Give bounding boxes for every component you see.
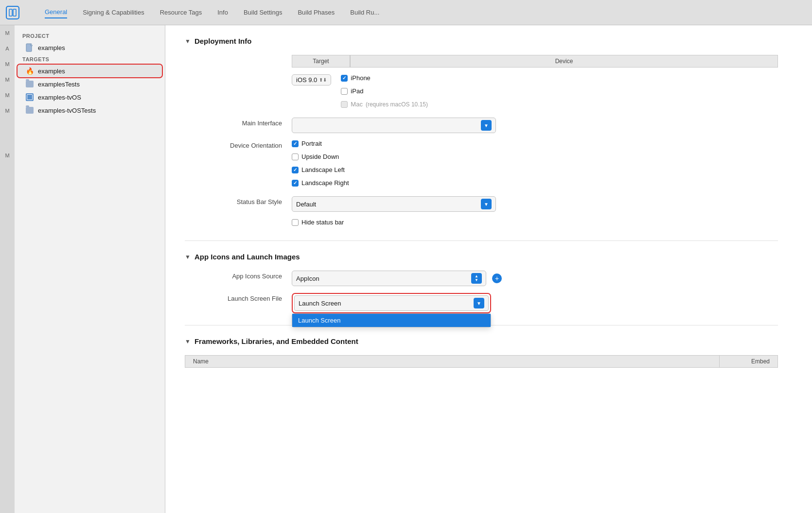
portrait-checkbox[interactable]: [292, 140, 299, 147]
target-device-header: Target Device: [185, 55, 778, 68]
target-examples-tvos-label: examples-tvOS: [38, 94, 81, 101]
deployment-arrow[interactable]: ▼: [185, 38, 191, 45]
tab-build-rules[interactable]: Build Ru...: [350, 7, 379, 18]
section-divider-1: [185, 240, 778, 241]
launch-screen-text: Launch Screen: [299, 300, 474, 307]
portrait-label: Portrait: [301, 140, 322, 147]
upside-down-label: Upside Down: [301, 153, 339, 160]
landscape-right-row: Landscape Right: [292, 179, 349, 187]
letter-strip: M A M M M M M: [0, 25, 15, 513]
svg-rect-1: [13, 9, 16, 16]
frameworks-table: Name Embed: [185, 355, 778, 368]
folder-icon-2: [25, 106, 34, 115]
sidebar-item-examples[interactable]: 🔥 examples: [18, 65, 162, 77]
app-icons-title: App Icons and Launch Images: [194, 253, 300, 261]
frameworks-name-col: Name: [185, 356, 720, 368]
frameworks-arrow[interactable]: ▼: [185, 338, 191, 345]
status-bar-style-text: Default: [296, 201, 481, 208]
main-interface-dropdown[interactable]: ▼: [292, 118, 496, 133]
iphone-label: iPhone: [351, 74, 370, 82]
hide-status-bar-checkbox[interactable]: [292, 219, 299, 226]
status-bar-style-value: Default ▼: [292, 196, 778, 212]
mac-row: Mac (requires macOS 10.15): [341, 101, 428, 108]
launch-screen-dropdown-arrow: ▼: [474, 298, 484, 308]
launch-screen-label: Launch Screen File: [185, 293, 292, 302]
sidebar-toggle-button[interactable]: [6, 6, 19, 19]
landscape-left-label: Landscape Left: [301, 166, 345, 173]
sidebar-item-examples-tvos[interactable]: examples-tvOS: [18, 91, 162, 103]
main-interface-label: Main Interface: [185, 118, 292, 127]
tab-general[interactable]: General: [45, 6, 67, 18]
hide-status-checkbox-row: Hide status bar: [292, 219, 344, 226]
landscape-left-checkbox[interactable]: [292, 167, 299, 173]
target-col-header: Target: [292, 55, 350, 68]
toolbar: General Signing & Capabilities Resource …: [0, 0, 812, 25]
device-orientation-label: Device Orientation: [185, 140, 292, 149]
ios-version-selector[interactable]: iOS 9.0 ⬆⬇: [292, 74, 331, 86]
content-area: ▼ Deployment Info Target Device iO: [165, 25, 812, 513]
ipad-checkbox[interactable]: [341, 88, 348, 95]
target-examples-tvos-tests-label: examples-tvOSTests: [38, 107, 96, 114]
hide-status-bar-empty: [185, 219, 292, 221]
app-icons-source-text: AppIcon: [296, 275, 471, 282]
app-icons-source-arrow: ▲ ▼: [471, 273, 482, 284]
launch-screen-row: Launch Screen File Launch Screen ▼: [185, 293, 778, 313]
document-icon: [25, 43, 34, 52]
app-icons-arrow[interactable]: ▼: [185, 254, 191, 260]
upside-down-checkbox[interactable]: [292, 154, 299, 160]
tab-build-phases[interactable]: Build Phases: [298, 7, 335, 18]
tab-build-settings[interactable]: Build Settings: [244, 7, 282, 18]
app-icons-source-row: App Icons Source AppIcon ▲ ▼ +: [185, 271, 778, 286]
launch-screen-popup: Launch Screen: [292, 313, 491, 327]
tab-info[interactable]: Info: [217, 7, 228, 18]
status-bar-dropdown-arrow: ▼: [481, 199, 492, 209]
ipad-row: iPad: [341, 87, 428, 95]
main-interface-value: ▼: [292, 118, 778, 133]
launch-screen-option[interactable]: Launch Screen: [292, 314, 491, 327]
main-interface-row: Main Interface ▼: [185, 118, 778, 133]
mac-note: (requires macOS 10.15): [366, 101, 428, 108]
fire-icon: 🔥: [25, 67, 34, 75]
launch-screen-value: Launch Screen ▼ Launch Screen: [292, 293, 778, 313]
deployment-info-title: Deployment Info: [194, 37, 252, 45]
orientation-checkboxes: Portrait Upside Down Landscape Left: [292, 140, 778, 189]
hide-status-bar-row: Hide status bar: [185, 219, 778, 229]
project-section-label: PROJECT: [15, 31, 165, 41]
landscape-left-row: Landscape Left: [292, 166, 349, 173]
ios-version-label: [185, 74, 292, 76]
launch-screen-highlighted-container: Launch Screen ▼ Launch Screen: [292, 293, 491, 313]
app-icons-source-dropdown[interactable]: AppIcon ▲ ▼: [292, 271, 486, 286]
iphone-checkbox[interactable]: [341, 75, 348, 82]
upside-down-row: Upside Down: [292, 153, 349, 160]
sidebar: PROJECT examples TARGETS 🔥 examples: [15, 25, 165, 513]
targets-section-label: TARGETS: [15, 54, 165, 64]
tab-resource-tags[interactable]: Resource Tags: [160, 7, 202, 18]
frameworks-header: ▼ Frameworks, Libraries, and Embedded Co…: [185, 337, 778, 345]
folder-icon: [25, 80, 34, 88]
target-examples-tests-label: examplesTests: [38, 81, 80, 88]
target-examples-label: examples: [38, 68, 65, 75]
status-bar-style-label: Status Bar Style: [185, 196, 292, 205]
portrait-row: Portrait: [292, 140, 349, 147]
project-name-label: examples: [38, 44, 65, 51]
blueprint-icon: [25, 93, 34, 102]
tab-signing[interactable]: Signing & Capabilities: [83, 7, 144, 18]
status-bar-style-dropdown[interactable]: Default ▼: [292, 196, 496, 212]
frameworks-embed-col: Embed: [720, 356, 778, 368]
deployment-info-header: ▼ Deployment Info: [185, 37, 778, 45]
hide-status-bar-label: Hide status bar: [301, 219, 344, 226]
ios-version-text: iOS 9.0: [296, 76, 317, 84]
sidebar-item-examples-project[interactable]: examples: [18, 41, 162, 54]
sidebar-item-examples-tests[interactable]: examplesTests: [18, 78, 162, 90]
frameworks-title: Frameworks, Libraries, and Embedded Cont…: [194, 337, 358, 345]
status-bar-style-row: Status Bar Style Default ▼: [185, 196, 778, 212]
ios-device-value: iOS 9.0 ⬆⬇ iPhone iPad: [292, 74, 778, 111]
launch-screen-dropdown[interactable]: Launch Screen ▼: [294, 295, 489, 311]
sidebar-item-examples-tvos-tests[interactable]: examples-tvOSTests: [18, 104, 162, 117]
landscape-right-checkbox[interactable]: [292, 180, 299, 187]
mac-label: Mac: [351, 101, 363, 108]
mac-checkbox[interactable]: [341, 101, 348, 108]
add-app-icon-button[interactable]: +: [492, 274, 502, 283]
ios-version-stepper: ⬆⬇: [319, 77, 327, 83]
device-orientation-row: Device Orientation Portrait Upside Down: [185, 140, 778, 189]
